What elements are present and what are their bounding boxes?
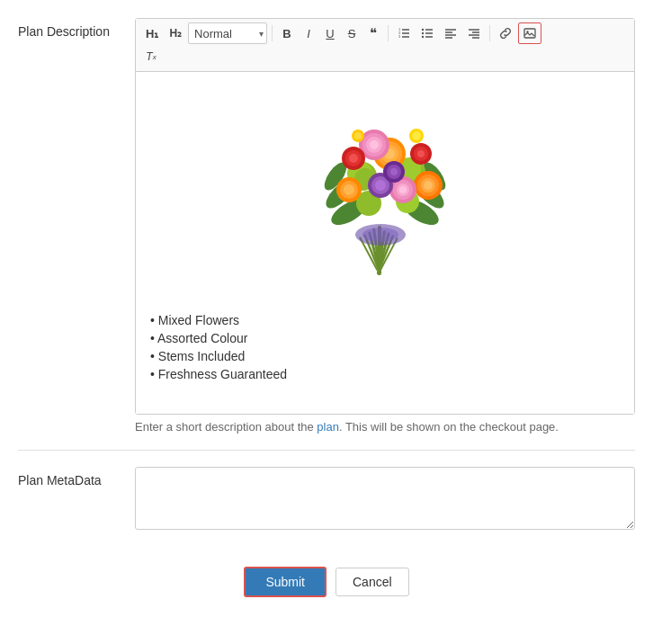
unordered-list-button[interactable] bbox=[416, 22, 438, 44]
editor-content-area[interactable]: Mixed FlowersAssorted ColourStems Includ… bbox=[136, 72, 634, 414]
svg-point-10 bbox=[422, 32, 424, 34]
svg-rect-20 bbox=[524, 29, 535, 38]
plan-metadata-field bbox=[135, 467, 635, 532]
plan-description-row: Plan Description H₁ H₂ Normal Heading 1 … bbox=[18, 18, 635, 451]
flower-bouquet-image bbox=[295, 86, 475, 293]
list-item: Freshness Guaranteed bbox=[150, 365, 620, 383]
svg-point-80 bbox=[362, 228, 398, 242]
image-icon bbox=[523, 27, 536, 40]
plan-metadata-textarea[interactable] bbox=[135, 467, 635, 530]
h2-button[interactable]: H₂ bbox=[165, 22, 186, 44]
toolbar-separator-1 bbox=[272, 25, 273, 41]
format-select-wrap: Normal Heading 1 Heading 2 Heading 3 ▾ bbox=[188, 22, 267, 44]
ordered-list-button[interactable]: 123 bbox=[393, 22, 415, 44]
underline-button[interactable]: U bbox=[320, 22, 340, 44]
align-right-icon bbox=[468, 27, 480, 40]
svg-point-65 bbox=[349, 154, 358, 163]
blockquote-button[interactable]: ❝ bbox=[363, 22, 383, 44]
editor-toolbar: H₁ H₂ Normal Heading 1 Heading 2 Heading… bbox=[136, 19, 634, 72]
image-button[interactable] bbox=[518, 22, 541, 44]
submit-button[interactable]: Submit bbox=[244, 567, 326, 597]
italic-button[interactable]: I bbox=[299, 22, 318, 44]
list-item: Mixed Flowers bbox=[150, 311, 620, 329]
svg-point-9 bbox=[422, 29, 424, 31]
align-right-button[interactable] bbox=[463, 22, 485, 44]
svg-point-74 bbox=[390, 168, 398, 175]
svg-point-68 bbox=[417, 150, 425, 157]
svg-text:3: 3 bbox=[398, 34, 401, 39]
hint-text-before: Enter a short description about the bbox=[135, 420, 317, 434]
align-left-button[interactable] bbox=[440, 22, 461, 44]
plan-metadata-label: Plan MetaData bbox=[18, 467, 135, 490]
flower-image-container bbox=[150, 86, 620, 293]
toolbar-separator-2 bbox=[388, 25, 389, 41]
align-left-icon bbox=[444, 27, 457, 40]
svg-point-58 bbox=[370, 140, 379, 149]
cancel-button[interactable]: Cancel bbox=[335, 568, 409, 596]
plan-metadata-row: Plan MetaData bbox=[18, 467, 635, 549]
link-icon bbox=[499, 27, 512, 40]
toolbar-separator-3 bbox=[489, 25, 490, 41]
plan-description-field: H₁ H₂ Normal Heading 1 Heading 2 Heading… bbox=[135, 18, 635, 434]
toolbar-row-2: Tx bbox=[141, 46, 629, 67]
svg-point-54 bbox=[344, 184, 354, 195]
hint-text-after: . This will be shown on the checkout pag… bbox=[339, 420, 559, 434]
link-button[interactable] bbox=[495, 22, 516, 44]
format-select[interactable]: Normal Heading 1 Heading 2 Heading 3 bbox=[188, 22, 267, 44]
list-item: Assorted Colour bbox=[150, 329, 620, 347]
bold-button[interactable]: B bbox=[277, 22, 297, 44]
hint-link[interactable]: plan bbox=[317, 420, 339, 434]
plan-description-label: Plan Description bbox=[18, 18, 135, 41]
unordered-list-icon bbox=[421, 27, 434, 40]
svg-point-62 bbox=[399, 186, 407, 193]
clear-format-button[interactable]: Tx bbox=[141, 46, 161, 67]
editor-hint: Enter a short description about the plan… bbox=[135, 420, 635, 434]
svg-point-11 bbox=[422, 36, 424, 38]
strikethrough-button[interactable]: S bbox=[342, 22, 362, 44]
ordered-list-icon: 123 bbox=[398, 27, 410, 40]
feature-list: Mixed FlowersAssorted ColourStems Includ… bbox=[150, 311, 620, 383]
list-item: Stems Included bbox=[150, 347, 620, 365]
form-submit-row: Submit Cancel bbox=[18, 567, 635, 597]
h1-button[interactable]: H₁ bbox=[141, 22, 163, 44]
svg-point-78 bbox=[354, 132, 362, 139]
rich-text-editor: H₁ H₂ Normal Heading 1 Heading 2 Heading… bbox=[135, 18, 635, 415]
svg-point-71 bbox=[375, 180, 386, 191]
svg-point-51 bbox=[424, 181, 433, 190]
svg-point-76 bbox=[412, 131, 421, 140]
